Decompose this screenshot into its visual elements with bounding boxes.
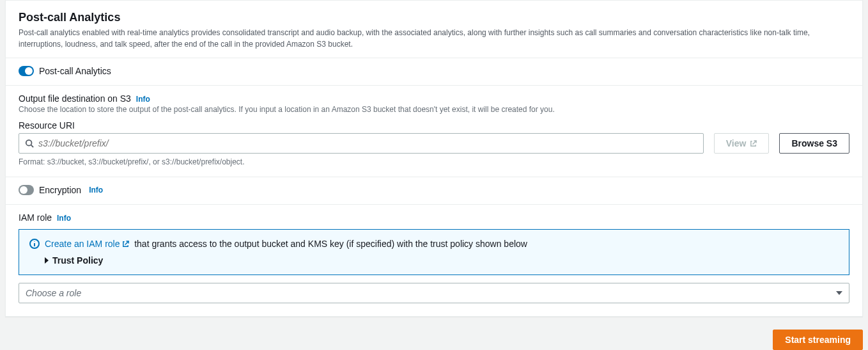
post-call-analytics-toggle[interactable]	[19, 66, 34, 76]
output-info-link[interactable]: Info	[136, 95, 150, 104]
output-hint: Choose the location to store the output …	[19, 105, 849, 114]
svg-line-1	[31, 145, 34, 148]
search-icon	[25, 139, 34, 148]
iam-role-select[interactable]: Choose a role	[19, 283, 849, 303]
iam-alert: Create an IAM role that grants access to…	[19, 229, 849, 275]
start-streaming-button[interactable]: Start streaming	[773, 330, 863, 350]
page-subtitle: Post-call analytics enabled with real-ti…	[19, 27, 849, 50]
output-destination-label: Output file destination on S3	[19, 93, 131, 104]
svg-point-4	[34, 241, 35, 242]
encryption-toggle[interactable]	[19, 185, 34, 195]
iam-info-link[interactable]: Info	[57, 214, 71, 223]
resource-uri-input[interactable]	[19, 133, 704, 154]
iam-alert-text: that grants access to the output bucket …	[134, 239, 527, 249]
iam-role-select-placeholder: Choose a role	[26, 288, 81, 298]
iam-role-label: IAM role	[19, 212, 52, 223]
create-iam-role-link-label: Create an IAM role	[45, 239, 120, 249]
info-icon	[29, 239, 40, 249]
encryption-info-link[interactable]: Info	[89, 186, 103, 195]
external-link-icon	[750, 140, 757, 147]
view-button[interactable]: View	[714, 133, 770, 154]
create-iam-role-link[interactable]: Create an IAM role	[45, 239, 132, 249]
encryption-toggle-label: Encryption	[39, 185, 81, 195]
chevron-down-icon	[836, 291, 842, 295]
page-title: Post-call Analytics	[19, 11, 849, 24]
post-call-analytics-toggle-label: Post-call Analytics	[39, 66, 111, 76]
format-hint: Format: s3://bucket, s3://bucket/prefix/…	[19, 157, 849, 166]
caret-right-icon	[45, 257, 49, 264]
resource-uri-label: Resource URI	[19, 120, 849, 131]
external-link-icon	[122, 241, 129, 248]
start-streaming-button-label: Start streaming	[785, 335, 851, 345]
view-button-label: View	[726, 138, 747, 148]
trust-policy-label: Trust Policy	[52, 255, 103, 266]
browse-s3-button-label: Browse S3	[791, 138, 837, 148]
browse-s3-button[interactable]: Browse S3	[779, 133, 849, 154]
trust-policy-expander[interactable]: Trust Policy	[45, 255, 839, 266]
svg-point-0	[26, 140, 32, 146]
